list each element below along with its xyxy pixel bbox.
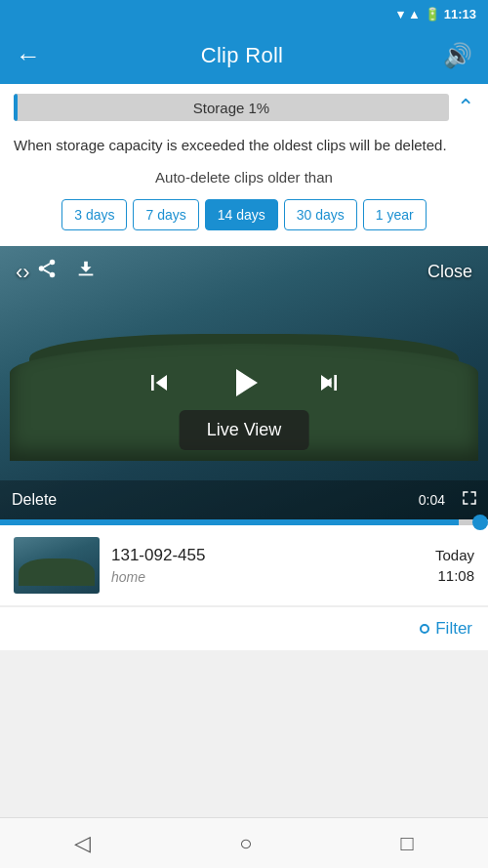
prev-button[interactable] <box>133 356 185 409</box>
filter-label: Filter <box>435 619 472 639</box>
back-button[interactable]: ← <box>16 41 41 71</box>
fullscreen-button[interactable] <box>461 489 478 512</box>
delete-button[interactable]: Delete <box>12 491 57 509</box>
days-14-button[interactable]: 14 days <box>205 199 278 230</box>
battery-icon: 🔋 <box>425 7 440 21</box>
progress-fill <box>0 519 459 525</box>
svg-rect-5 <box>78 274 93 276</box>
progress-knob[interactable] <box>472 515 488 530</box>
days-buttons: 3 days 7 days 14 days 30 days 1 year <box>0 195 488 246</box>
video-bottom-bar: Delete 0:04 <box>0 480 488 519</box>
nav-recent-button[interactable]: □ <box>401 831 414 856</box>
table-row[interactable]: 131-092-455 home Today 11:08 <box>0 525 488 606</box>
svg-point-0 <box>50 260 56 266</box>
video-top-controls: ‹› Close <box>0 246 488 297</box>
auto-delete-label: Auto-delete clips older than <box>0 169 488 195</box>
status-icons: ▾ ▲ 🔋 11:13 <box>397 7 476 21</box>
video-top-left: ‹› <box>16 258 97 285</box>
clip-id: 131-092-455 <box>111 546 424 565</box>
clip-hour: 11:08 <box>435 567 474 584</box>
svg-point-2 <box>50 272 56 278</box>
filter-row: Filter <box>0 606 488 650</box>
nav-back-button[interactable]: ◁ <box>74 831 91 856</box>
storage-bar: Storage 1% <box>14 94 449 121</box>
share-icon[interactable]: ‹› <box>16 258 58 285</box>
clip-location: home <box>111 569 424 585</box>
bottom-nav: ◁ ○ □ <box>0 817 488 868</box>
storage-bar-row: Storage 1% ⌃ <box>0 84 488 131</box>
status-bar: ▾ ▲ 🔋 11:13 <box>0 0 488 27</box>
clip-thumbnail <box>14 537 100 594</box>
storage-section: Storage 1% ⌃ When storage capacity is ex… <box>0 84 488 246</box>
storage-chevron-icon[interactable]: ⌃ <box>457 95 474 120</box>
volume-button[interactable]: 🔊 <box>443 42 472 69</box>
clip-info: 131-092-455 home <box>100 546 435 585</box>
clip-thumb-couch <box>19 558 95 586</box>
signal-icon: ▲ <box>408 7 421 21</box>
download-icon[interactable] <box>75 258 97 285</box>
days-3-button[interactable]: 3 days <box>61 199 127 230</box>
live-view-button[interactable]: Live View <box>180 410 309 450</box>
playback-controls <box>133 353 355 412</box>
top-bar: ← Clip Roll 🔊 <box>0 27 488 84</box>
close-button[interactable]: Close <box>427 262 472 282</box>
progress-bar[interactable] <box>0 519 488 525</box>
clip-time: Today 11:08 <box>435 547 474 584</box>
days-30-button[interactable]: 30 days <box>284 199 357 230</box>
nav-home-button[interactable]: ○ <box>239 831 252 856</box>
clip-date: Today <box>435 547 474 563</box>
storage-info-text: When storage capacity is exceeded the ol… <box>0 131 488 169</box>
page-title: Clip Roll <box>201 43 284 68</box>
svg-line-4 <box>44 264 50 268</box>
filter-button[interactable]: Filter <box>420 619 472 639</box>
play-button[interactable] <box>215 353 273 412</box>
svg-line-3 <box>44 269 50 273</box>
video-player[interactable]: ‹› Close Live View Delete 0:04 <box>0 246 488 519</box>
days-7-button[interactable]: 7 days <box>133 199 198 230</box>
next-button[interactable] <box>303 356 355 409</box>
svg-point-1 <box>39 266 45 271</box>
time-counter: 0:04 <box>419 492 445 508</box>
time-display: 11:13 <box>444 7 476 21</box>
storage-label: Storage 1% <box>14 100 449 116</box>
filter-circle-icon <box>420 624 429 634</box>
clip-list: 131-092-455 home Today 11:08 <box>0 525 488 606</box>
wifi-icon: ▾ <box>397 7 404 21</box>
days-1year-button[interactable]: 1 year <box>363 199 427 230</box>
